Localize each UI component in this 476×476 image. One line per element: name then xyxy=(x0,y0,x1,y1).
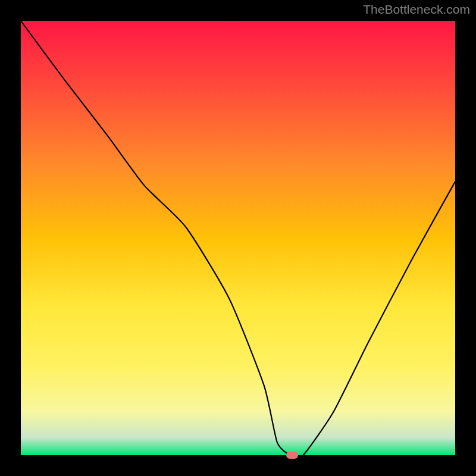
plot-area xyxy=(21,21,455,455)
minimum-marker xyxy=(286,452,298,459)
chart-container: TheBottleneck.com xyxy=(0,0,476,476)
watermark-text: TheBottleneck.com xyxy=(363,2,470,17)
bottleneck-curve xyxy=(21,21,455,455)
